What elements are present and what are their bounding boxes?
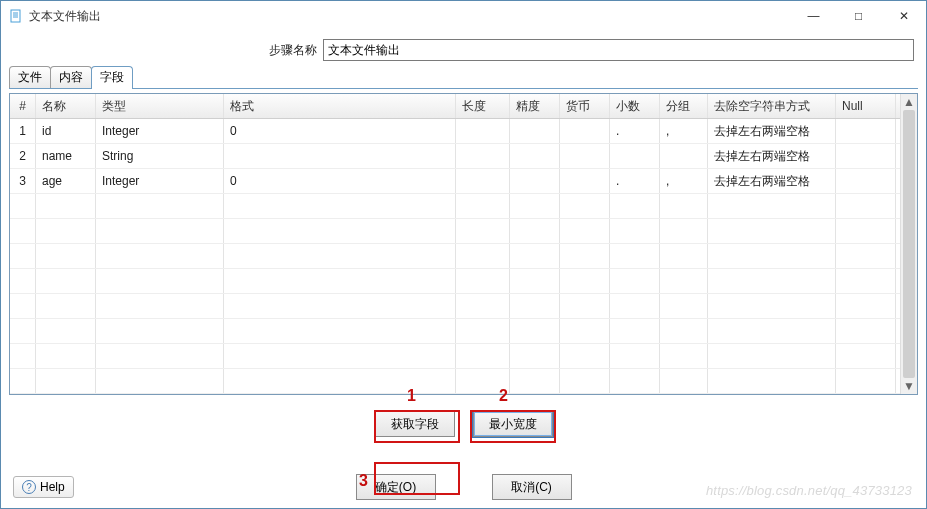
cell-null[interactable] — [836, 144, 896, 168]
cell-fmt[interactable] — [224, 369, 456, 393]
cell-curr[interactable] — [560, 119, 610, 143]
cell-trim[interactable]: 去掉左右两端空格 — [708, 144, 836, 168]
cell-type[interactable] — [96, 219, 224, 243]
cell-curr[interactable] — [560, 319, 610, 343]
cell-grp[interactable] — [660, 244, 708, 268]
cell-idx[interactable] — [10, 344, 36, 368]
col-header-null[interactable]: Null — [836, 94, 896, 118]
cell-len[interactable] — [456, 119, 510, 143]
table-row[interactable] — [10, 369, 900, 394]
cell-idx[interactable] — [10, 194, 36, 218]
cell-trim[interactable] — [708, 219, 836, 243]
cell-fmt[interactable]: 0 — [224, 119, 456, 143]
cell-name[interactable] — [36, 344, 96, 368]
cell-fmt[interactable] — [224, 219, 456, 243]
cell-len[interactable] — [456, 294, 510, 318]
cell-grp[interactable] — [660, 219, 708, 243]
ok-button[interactable]: 确定(O) — [356, 474, 436, 500]
cell-idx[interactable] — [10, 269, 36, 293]
cell-prec[interactable] — [510, 144, 560, 168]
cell-len[interactable] — [456, 319, 510, 343]
cell-null[interactable] — [836, 294, 896, 318]
table-row[interactable] — [10, 244, 900, 269]
cell-type[interactable]: Integer — [96, 119, 224, 143]
cell-grp[interactable]: , — [660, 169, 708, 193]
cell-null[interactable] — [836, 344, 896, 368]
table-row[interactable] — [10, 344, 900, 369]
cell-type[interactable] — [96, 244, 224, 268]
cell-name[interactable]: age — [36, 169, 96, 193]
cell-name[interactable] — [36, 319, 96, 343]
cell-idx[interactable]: 1 — [10, 119, 36, 143]
step-name-input[interactable] — [323, 39, 914, 61]
min-width-button[interactable]: 最小宽度 — [473, 411, 553, 437]
cell-curr[interactable] — [560, 194, 610, 218]
cell-len[interactable] — [456, 219, 510, 243]
cell-dec[interactable] — [610, 319, 660, 343]
get-fields-button[interactable]: 获取字段 — [375, 411, 455, 437]
cell-idx[interactable] — [10, 294, 36, 318]
cell-dec[interactable] — [610, 369, 660, 393]
table-row[interactable]: 2nameString去掉左右两端空格 — [10, 144, 900, 169]
cell-len[interactable] — [456, 269, 510, 293]
cell-len[interactable] — [456, 369, 510, 393]
vertical-scrollbar[interactable]: ▲ ▼ — [900, 94, 917, 394]
tab-content[interactable]: 内容 — [50, 66, 92, 89]
cell-curr[interactable] — [560, 144, 610, 168]
cell-prec[interactable] — [510, 119, 560, 143]
close-button[interactable]: ✕ — [881, 1, 926, 31]
col-header-format[interactable]: 格式 — [224, 94, 456, 118]
cell-idx[interactable] — [10, 369, 36, 393]
cell-grp[interactable] — [660, 294, 708, 318]
cell-trim[interactable]: 去掉左右两端空格 — [708, 169, 836, 193]
cell-fmt[interactable]: 0 — [224, 169, 456, 193]
cell-type[interactable] — [96, 269, 224, 293]
col-header-name[interactable]: 名称 — [36, 94, 96, 118]
cancel-button[interactable]: 取消(C) — [492, 474, 572, 500]
grid-body[interactable]: 1idInteger0.,去掉左右两端空格2nameString去掉左右两端空格… — [10, 119, 900, 394]
cell-null[interactable] — [836, 369, 896, 393]
table-row[interactable]: 3ageInteger0.,去掉左右两端空格 — [10, 169, 900, 194]
cell-dec[interactable] — [610, 269, 660, 293]
cell-type[interactable] — [96, 369, 224, 393]
tab-fields[interactable]: 字段 — [91, 66, 133, 89]
table-row[interactable] — [10, 219, 900, 244]
cell-len[interactable] — [456, 144, 510, 168]
cell-null[interactable] — [836, 319, 896, 343]
cell-trim[interactable] — [708, 294, 836, 318]
cell-idx[interactable] — [10, 244, 36, 268]
cell-len[interactable] — [456, 169, 510, 193]
cell-curr[interactable] — [560, 244, 610, 268]
cell-trim[interactable] — [708, 369, 836, 393]
cell-grp[interactable] — [660, 144, 708, 168]
cell-curr[interactable] — [560, 344, 610, 368]
cell-name[interactable] — [36, 269, 96, 293]
cell-prec[interactable] — [510, 294, 560, 318]
cell-prec[interactable] — [510, 169, 560, 193]
cell-grp[interactable] — [660, 319, 708, 343]
cell-null[interactable] — [836, 219, 896, 243]
cell-name[interactable]: id — [36, 119, 96, 143]
cell-type[interactable] — [96, 294, 224, 318]
cell-grp[interactable] — [660, 344, 708, 368]
cell-null[interactable] — [836, 119, 896, 143]
cell-grp[interactable] — [660, 269, 708, 293]
cell-prec[interactable] — [510, 194, 560, 218]
cell-type[interactable]: Integer — [96, 169, 224, 193]
cell-prec[interactable] — [510, 344, 560, 368]
col-header-currency[interactable]: 货币 — [560, 94, 610, 118]
col-header-length[interactable]: 长度 — [456, 94, 510, 118]
scroll-up-icon[interactable]: ▲ — [901, 94, 917, 110]
table-row[interactable] — [10, 194, 900, 219]
cell-curr[interactable] — [560, 369, 610, 393]
maximize-button[interactable]: □ — [836, 1, 881, 31]
help-button[interactable]: ? Help — [13, 476, 74, 498]
cell-len[interactable] — [456, 244, 510, 268]
cell-name[interactable] — [36, 219, 96, 243]
cell-trim[interactable] — [708, 319, 836, 343]
cell-len[interactable] — [456, 194, 510, 218]
cell-prec[interactable] — [510, 269, 560, 293]
cell-name[interactable] — [36, 244, 96, 268]
cell-trim[interactable]: 去掉左右两端空格 — [708, 119, 836, 143]
cell-null[interactable] — [836, 194, 896, 218]
